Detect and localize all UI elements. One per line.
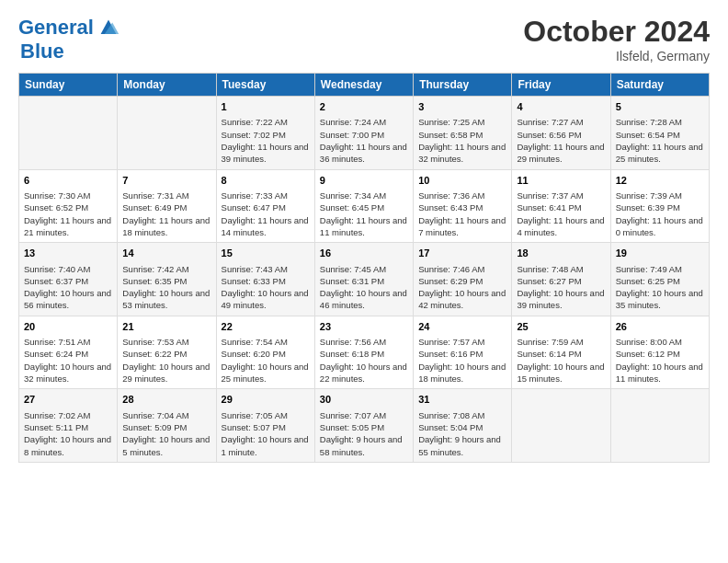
day-info: Sunrise: 7:53 AM Sunset: 6:22 PM Dayligh… [122, 336, 210, 385]
day-info: Sunrise: 7:39 AM Sunset: 6:39 PM Dayligh… [616, 190, 704, 238]
day-cell: 16Sunrise: 7:45 AM Sunset: 6:31 PM Dayli… [314, 243, 413, 316]
logo-icon [96, 15, 121, 40]
day-info: Sunrise: 7:28 AM Sunset: 6:54 PM Dayligh… [616, 116, 704, 165]
day-cell [118, 97, 216, 170]
day-cell: 26Sunrise: 8:00 AM Sunset: 6:12 PM Dayli… [610, 316, 709, 389]
day-number: 29 [222, 393, 310, 407]
day-info: Sunrise: 7:43 AM Sunset: 6:33 PM Dayligh… [222, 263, 310, 312]
day-info: Sunrise: 7:02 AM Sunset: 5:11 PM Dayligh… [24, 409, 112, 458]
day-cell: 24Sunrise: 7:57 AM Sunset: 6:16 PM Dayli… [414, 316, 512, 389]
day-info: Sunrise: 7:48 AM Sunset: 6:27 PM Dayligh… [517, 263, 605, 312]
day-number: 8 [222, 174, 310, 188]
day-cell: 13Sunrise: 7:40 AM Sunset: 6:37 PM Dayli… [19, 243, 118, 316]
day-info: Sunrise: 7:56 AM Sunset: 6:18 PM Dayligh… [320, 336, 408, 385]
day-number: 1 [222, 100, 310, 114]
day-cell: 1Sunrise: 7:22 AM Sunset: 7:02 PM Daylig… [216, 97, 314, 170]
day-number: 31 [418, 393, 506, 407]
day-number: 25 [517, 320, 605, 334]
day-cell: 14Sunrise: 7:42 AM Sunset: 6:35 PM Dayli… [118, 243, 216, 316]
day-number: 26 [616, 320, 704, 334]
day-info: Sunrise: 7:31 AM Sunset: 6:49 PM Dayligh… [122, 190, 210, 238]
week-row-4: 27Sunrise: 7:02 AM Sunset: 5:11 PM Dayli… [19, 389, 710, 463]
day-number: 11 [517, 174, 605, 188]
day-info: Sunrise: 7:07 AM Sunset: 5:05 PM Dayligh… [320, 409, 408, 458]
header-day-thursday: Thursday [414, 74, 512, 97]
day-info: Sunrise: 7:40 AM Sunset: 6:37 PM Dayligh… [24, 263, 112, 312]
day-info: Sunrise: 7:33 AM Sunset: 6:47 PM Dayligh… [222, 190, 310, 238]
week-row-3: 20Sunrise: 7:51 AM Sunset: 6:24 PM Dayli… [19, 316, 710, 389]
day-cell: 21Sunrise: 7:53 AM Sunset: 6:22 PM Dayli… [118, 316, 216, 389]
day-cell [610, 389, 709, 463]
day-info: Sunrise: 7:27 AM Sunset: 6:56 PM Dayligh… [517, 116, 605, 165]
day-cell: 30Sunrise: 7:07 AM Sunset: 5:05 PM Dayli… [314, 389, 413, 463]
day-cell: 9Sunrise: 7:34 AM Sunset: 6:45 PM Daylig… [314, 169, 413, 243]
title-block: October 2024 Ilsfeld, Germany [523, 15, 710, 63]
location: Ilsfeld, Germany [523, 49, 710, 63]
day-cell: 27Sunrise: 7:02 AM Sunset: 5:11 PM Dayli… [19, 389, 118, 463]
day-info: Sunrise: 7:42 AM Sunset: 6:35 PM Dayligh… [122, 263, 210, 312]
day-info: Sunrise: 7:36 AM Sunset: 6:43 PM Dayligh… [418, 190, 506, 238]
day-cell: 12Sunrise: 7:39 AM Sunset: 6:39 PM Dayli… [610, 169, 709, 243]
week-row-1: 6Sunrise: 7:30 AM Sunset: 6:52 PM Daylig… [19, 169, 710, 243]
logo-general: General [18, 16, 94, 39]
day-number: 2 [320, 100, 408, 114]
day-cell: 3Sunrise: 7:25 AM Sunset: 6:58 PM Daylig… [414, 97, 512, 170]
day-number: 20 [24, 320, 112, 334]
day-number: 22 [222, 320, 310, 334]
logo-text: General [18, 17, 94, 39]
day-number: 5 [616, 100, 704, 114]
day-info: Sunrise: 7:05 AM Sunset: 5:07 PM Dayligh… [222, 409, 310, 458]
day-info: Sunrise: 7:04 AM Sunset: 5:09 PM Dayligh… [122, 409, 210, 458]
day-cell: 6Sunrise: 7:30 AM Sunset: 6:52 PM Daylig… [19, 169, 118, 243]
day-cell: 22Sunrise: 7:54 AM Sunset: 6:20 PM Dayli… [216, 316, 314, 389]
day-number: 7 [122, 174, 210, 188]
day-info: Sunrise: 7:45 AM Sunset: 6:31 PM Dayligh… [320, 263, 408, 312]
month-title: October 2024 [523, 15, 710, 49]
header-day-tuesday: Tuesday [216, 74, 314, 97]
header-day-sunday: Sunday [19, 74, 118, 97]
day-number: 6 [24, 174, 112, 188]
header-day-wednesday: Wednesday [314, 74, 413, 97]
day-info: Sunrise: 7:51 AM Sunset: 6:24 PM Dayligh… [24, 336, 112, 385]
day-cell [19, 97, 118, 170]
logo: General Blue [18, 15, 121, 63]
day-info: Sunrise: 7:34 AM Sunset: 6:45 PM Dayligh… [320, 190, 408, 238]
day-cell: 2Sunrise: 7:24 AM Sunset: 7:00 PM Daylig… [314, 97, 413, 170]
day-number: 23 [320, 320, 408, 334]
page: General Blue October 2024 Ilsfeld, Germa… [0, 0, 728, 472]
day-number: 4 [517, 100, 605, 114]
day-cell: 28Sunrise: 7:04 AM Sunset: 5:09 PM Dayli… [118, 389, 216, 463]
day-number: 24 [418, 320, 506, 334]
day-number: 9 [320, 174, 408, 188]
day-number: 17 [418, 247, 506, 260]
day-cell: 31Sunrise: 7:08 AM Sunset: 5:04 PM Dayli… [414, 389, 512, 463]
day-number: 18 [517, 247, 605, 260]
day-cell: 19Sunrise: 7:49 AM Sunset: 6:25 PM Dayli… [610, 243, 709, 316]
header-day-monday: Monday [118, 74, 216, 97]
day-cell: 23Sunrise: 7:56 AM Sunset: 6:18 PM Dayli… [314, 316, 413, 389]
day-number: 10 [418, 174, 506, 188]
day-cell: 5Sunrise: 7:28 AM Sunset: 6:54 PM Daylig… [610, 97, 709, 170]
day-number: 21 [122, 320, 210, 334]
day-cell: 7Sunrise: 7:31 AM Sunset: 6:49 PM Daylig… [118, 169, 216, 243]
day-cell: 25Sunrise: 7:59 AM Sunset: 6:14 PM Dayli… [512, 316, 610, 389]
day-number: 16 [320, 247, 408, 260]
day-number: 15 [222, 247, 310, 260]
day-cell: 10Sunrise: 7:36 AM Sunset: 6:43 PM Dayli… [414, 169, 512, 243]
day-cell [512, 389, 610, 463]
day-cell: 29Sunrise: 7:05 AM Sunset: 5:07 PM Dayli… [216, 389, 314, 463]
day-info: Sunrise: 7:46 AM Sunset: 6:29 PM Dayligh… [418, 263, 506, 312]
day-number: 28 [122, 393, 210, 407]
week-row-2: 13Sunrise: 7:40 AM Sunset: 6:37 PM Dayli… [19, 243, 710, 316]
day-cell: 20Sunrise: 7:51 AM Sunset: 6:24 PM Dayli… [19, 316, 118, 389]
day-info: Sunrise: 7:08 AM Sunset: 5:04 PM Dayligh… [418, 409, 506, 458]
header-day-saturday: Saturday [610, 74, 709, 97]
day-number: 19 [616, 247, 704, 260]
day-info: Sunrise: 7:25 AM Sunset: 6:58 PM Dayligh… [418, 116, 506, 165]
calendar-table: SundayMondayTuesdayWednesdayThursdayFrid… [18, 73, 710, 463]
day-info: Sunrise: 7:59 AM Sunset: 6:14 PM Dayligh… [517, 336, 605, 385]
logo-blue: Blue [20, 40, 64, 63]
day-cell: 17Sunrise: 7:46 AM Sunset: 6:29 PM Dayli… [414, 243, 512, 316]
day-number: 12 [616, 174, 704, 188]
day-cell: 11Sunrise: 7:37 AM Sunset: 6:41 PM Dayli… [512, 169, 610, 243]
